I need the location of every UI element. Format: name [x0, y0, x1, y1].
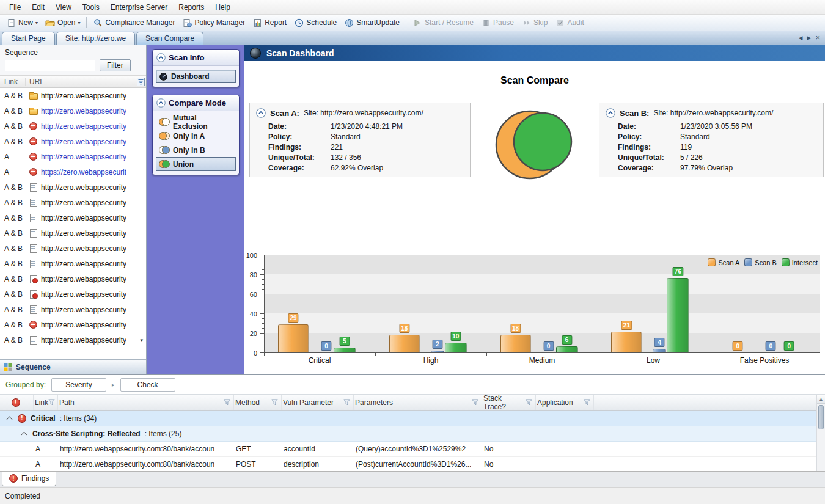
row-url-link[interactable]: http://zero.webappsecurity	[41, 305, 127, 314]
dashboard-nav-item[interactable]: Dashboard	[156, 70, 236, 83]
collapse-chevron-icon[interactable]	[256, 108, 266, 118]
sequence-list-item[interactable]: Ahttps://zero.webappsecurit	[0, 164, 146, 180]
compare-mode-only-in-b[interactable]: Only In B	[156, 143, 236, 157]
row-url-link[interactable]: http://zero.webappsecurity	[41, 199, 127, 207]
sequence-list-item[interactable]: A & Bhttp://zero.webappsecurity	[0, 241, 146, 256]
open-button[interactable]: Open ▾	[42, 16, 84, 29]
findings-scrollbar[interactable]: ▲	[816, 395, 825, 471]
collapse-chevron-icon[interactable]	[606, 108, 615, 118]
collapse-chevron-icon[interactable]	[21, 432, 28, 438]
column-header-application[interactable]: Application	[536, 395, 594, 410]
column-header-method[interactable]: Method	[234, 395, 282, 410]
row-url-link[interactable]: http://zero.webappsecurity	[41, 137, 127, 146]
compare-mode-only-in-a[interactable]: Only In A	[156, 129, 236, 143]
collapse-chevron-icon[interactable]	[156, 53, 166, 62]
sequence-list-item[interactable]: A & Bhttp://zero.webappsecurity	[0, 210, 146, 225]
column-header-path[interactable]: Path	[58, 395, 234, 410]
scrollbar-thumb[interactable]	[818, 405, 824, 429]
filter-funnel-icon[interactable]	[48, 399, 55, 406]
tab-scroll-left-icon[interactable]: ◀	[799, 35, 803, 41]
column-header-stack-trace[interactable]: Stack Trace?	[482, 395, 536, 410]
filter-funnel-icon[interactable]	[584, 399, 590, 406]
row-url-link[interactable]: http://zero.webappsecurity	[41, 275, 127, 283]
open-dropdown-icon[interactable]: ▾	[78, 20, 80, 26]
sequence-list-item[interactable]: A & Bhttp://zero.webappsecurity	[0, 271, 146, 287]
schedule-button[interactable]: Schedule	[290, 16, 340, 29]
row-url-link[interactable]: http://zero.webappsecurity	[41, 183, 127, 192]
pause-button[interactable]: Pause	[477, 16, 518, 29]
column-header-link[interactable]: Link	[0, 78, 26, 86]
sequence-footer-button[interactable]: Sequence	[0, 359, 146, 374]
sequence-list-item[interactable]: A & Bhttp://zero.webappsecurity	[0, 302, 146, 317]
column-header-url[interactable]: URL	[26, 78, 146, 86]
sequence-filter-input[interactable]	[5, 60, 95, 71]
sequence-list-item[interactable]: A & Bhttp://zero.webappsecurity	[0, 119, 146, 134]
sequence-list-item[interactable]: Ahttp://zero.webappsecurity	[0, 149, 146, 164]
scroll-up-icon[interactable]: ▲	[817, 395, 825, 404]
row-url-link[interactable]: http://zero.webappsecurity	[41, 107, 127, 115]
column-filter-icon[interactable]	[137, 78, 145, 86]
column-header-parameters[interactable]: Parameters	[354, 395, 482, 410]
sequence-list-item[interactable]: A & Bhttp://zero.webappsecurity▾	[0, 332, 146, 348]
finding-row[interactable]: Ahttp://zero.webappsecurity.com:80/bank/…	[0, 457, 825, 471]
tab-site-http-zero-we[interactable]: Site: http://zero.we	[56, 32, 135, 45]
filter-funnel-icon[interactable]	[224, 399, 230, 406]
row-url-link[interactable]: http://zero.webappsecurity	[41, 321, 127, 329]
row-url-link[interactable]: http://zero.webappsecurity	[41, 92, 127, 100]
sequence-list-item[interactable]: A & Bhttp://zero.webappsecurity	[0, 134, 146, 149]
row-url-link[interactable]: http://zero.webappsecurity	[41, 260, 127, 268]
menu-item-tools[interactable]: Tools	[77, 1, 105, 14]
severity-group-row[interactable]: ! Critical : Items (34)	[0, 411, 825, 426]
compliance-manager-button[interactable]: Compliance Manager	[89, 16, 178, 29]
column-header-vuln-parameter[interactable]: Vuln Parameter	[282, 395, 354, 410]
scan-info-header[interactable]: Scan Info	[153, 50, 239, 66]
filter-funnel-icon[interactable]	[271, 399, 278, 406]
collapse-chevron-icon[interactable]	[7, 416, 13, 422]
tab-start-page[interactable]: Start Page	[2, 32, 55, 45]
sequence-list-item[interactable]: A & Bhttp://zero.webappsecurity	[0, 317, 146, 332]
group-by-check-button[interactable]: Check	[120, 378, 175, 392]
row-url-link[interactable]: https://zero.webappsecurit	[41, 168, 127, 177]
start-resume-button[interactable]: Start / Resume	[409, 16, 477, 29]
row-url-link[interactable]: http://zero.webappsecurity	[41, 244, 127, 253]
tab-scan-compare[interactable]: Scan Compare	[136, 32, 204, 45]
report-button[interactable]: Report	[249, 16, 290, 29]
sequence-list-item[interactable]: A & Bhttp://zero.webappsecurity	[0, 256, 146, 271]
policy-manager-button[interactable]: Policy Manager	[178, 16, 249, 29]
sequence-list-item[interactable]: A & Bhttp://zero.webappsecurity	[0, 88, 146, 103]
new-button[interactable]: New ▾	[2, 16, 42, 29]
sequence-list-item[interactable]: A & Bhttp://zero.webappsecurity	[0, 225, 146, 241]
finding-row[interactable]: Ahttp://zero.webappsecurity.com:80/bank/…	[0, 442, 825, 457]
collapse-chevron-icon[interactable]	[156, 98, 166, 108]
filter-funnel-icon[interactable]	[343, 399, 350, 406]
filter-button[interactable]: Filter	[100, 59, 131, 71]
sequence-list-item[interactable]: A & Bhttp://zero.webappsecurity	[0, 180, 146, 195]
row-url-link[interactable]: http://zero.webappsecurity	[41, 290, 127, 299]
row-url-link[interactable]: http://zero.webappsecurity	[41, 214, 127, 222]
row-url-link[interactable]: http://zero.webappsecurity	[41, 336, 127, 345]
sequence-list-item[interactable]: A & Bhttp://zero.webappsecurity	[0, 195, 146, 210]
compare-mode-header[interactable]: Compare Mode	[153, 95, 239, 111]
audit-button[interactable]: Audit	[551, 16, 587, 29]
filter-funnel-icon[interactable]	[526, 399, 532, 406]
row-url-link[interactable]: http://zero.webappsecurity	[41, 229, 127, 238]
tab-scroll-right-icon[interactable]: ▶	[807, 35, 811, 41]
smartupdate-button[interactable]: SmartUpdate	[340, 16, 403, 29]
findings-tab[interactable]: ! Findings	[2, 472, 56, 486]
row-url-link[interactable]: http://zero.webappsecurity	[41, 153, 127, 161]
check-group-row[interactable]: Cross-Site Scripting: Reflected : Items …	[0, 426, 825, 442]
menu-item-view[interactable]: View	[50, 1, 77, 14]
skip-button[interactable]: Skip	[518, 16, 551, 29]
tab-close-icon[interactable]: ×	[815, 35, 820, 41]
group-by-severity-button[interactable]: Severity	[51, 378, 106, 392]
menu-item-help[interactable]: Help	[210, 1, 236, 14]
filter-funnel-icon[interactable]	[472, 399, 479, 406]
column-header-link[interactable]: Link	[34, 395, 58, 410]
row-url-link[interactable]: http://zero.webappsecurity	[41, 122, 127, 131]
menu-item-edit[interactable]: Edit	[26, 1, 50, 14]
compare-mode-mutual-exclusion[interactable]: Mutual Exclusion	[156, 115, 236, 129]
new-dropdown-icon[interactable]: ▾	[35, 20, 38, 26]
menu-item-file[interactable]: File	[4, 1, 26, 14]
sequence-list-item[interactable]: A & Bhttp://zero.webappsecurity	[0, 103, 146, 119]
sequence-list-item[interactable]: A & Bhttp://zero.webappsecurity	[0, 287, 146, 302]
